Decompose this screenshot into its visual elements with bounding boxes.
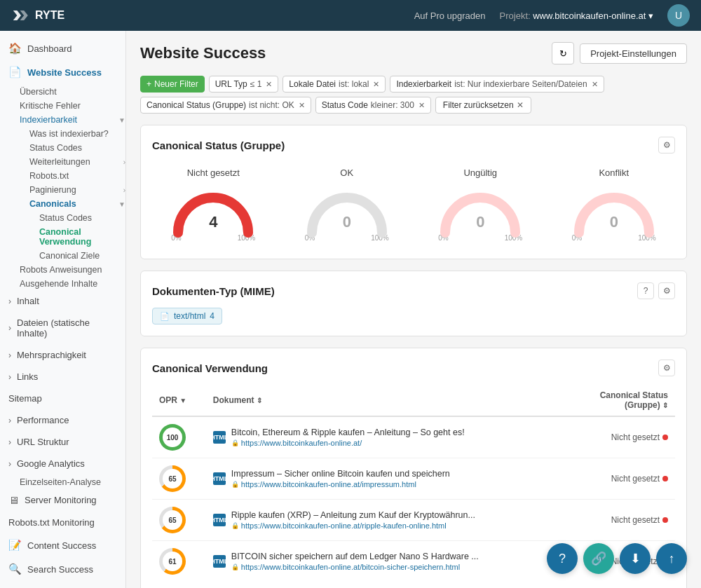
row-opr-1: 100 [152,416,206,458]
sidebar-item-website-success[interactable]: 📄 Website Success [0,60,125,84]
filter-canonical-value: ist nicht: OK [249,100,294,110]
sidebar-item-weiterleitungen[interactable]: Weiterleitungen › [0,154,125,168]
refresh-button[interactable]: ↻ [552,42,574,64]
sidebar-item-status-codes[interactable]: Status Codes [0,140,125,154]
filter-indexierbarkeit-close[interactable]: ✕ [592,80,598,89]
sidebar-item-robots-txt[interactable]: Robots.txt [0,168,125,182]
col-opr[interactable]: OPR ▼ [152,385,206,416]
sidebar-item-content-success[interactable]: 📝 Content Success [0,533,125,557]
fab-scroll-top-button[interactable]: ↑ [656,543,687,574]
filter-lokale-datei-close[interactable]: ✕ [373,80,379,89]
avatar[interactable]: U [667,4,690,27]
sidebar-item-dateien[interactable]: › Dateien (statische Inhalte) [0,312,125,344]
sidebar-label-sitemap: Sitemap [8,393,42,404]
project-selector[interactable]: www.bitcoinkaufen-online.at ▾ [533,11,653,21]
mime-settings-btn[interactable]: ⚙ [658,282,675,299]
sidebar-label-performance: Performance [17,415,69,425]
col-canonical-status[interactable]: Canonical Status(Gruppe) ⇕ [569,385,675,416]
upgrade-button[interactable]: Auf Pro upgraden [414,11,486,21]
sidebar-item-url-struktur[interactable]: › URL Struktur [0,431,125,453]
analytics-chevron-icon: › [8,459,11,469]
sidebar-item-kritische-fehler[interactable]: Kritische Fehler [0,98,125,112]
sidebar-item-google-analytics[interactable]: › Google Analytics [0,453,125,474]
projekt-einstellungen-button[interactable]: Projekt-Einstellungen [580,43,687,64]
sidebar-item-performance[interactable]: › Performance [0,409,125,431]
sidebar-item-search-success[interactable]: 🔍 Search Success [0,557,125,581]
lock-icon-2: 🔒 [231,481,239,488]
doc-url-1[interactable]: 🔒 https://www.bitcoinkaufen-online.at/ [231,439,465,447]
sidebar-item-was-ist[interactable]: Was ist indexierbar? [0,126,125,140]
sidebar-item-ubersicht[interactable]: Übersicht [0,84,125,98]
mime-help-btn[interactable]: ? [637,282,654,299]
status-dot-3 [662,517,668,523]
mime-card: Dokumenten-Typ (MIME) ? ⚙ 📄 text/html 4 [140,271,687,336]
filter-url-typ-close[interactable]: ✕ [266,80,272,89]
sidebar-label-search-success: Search Success [27,564,93,575]
dateien-chevron-icon: › [8,323,11,333]
sidebar-item-sitemap[interactable]: Sitemap [0,388,125,409]
gauge-konflikt-label: Konflikt [599,167,629,178]
sidebar-item-paginierung[interactable]: Paginierung › [0,182,125,196]
sidebar-label-content-success: Content Success [27,540,96,551]
fab-help-button[interactable]: ? [547,543,578,574]
sidebar-item-server-monitoring[interactable]: 🖥 Server Monitoring [0,488,125,512]
sidebar-item-canonicals[interactable]: Canonicals ▼ [0,196,125,210]
filter-reset-button[interactable]: Filter zurücksetzen ✕ [435,97,531,114]
filter-status-code-close[interactable]: ✕ [418,101,425,110]
url-chevron-icon: › [8,437,11,447]
nav-right: Auf Pro upgraden Projekt: www.bitcoinkau… [414,4,690,27]
filter-indexierbarkeit: Indexierbarkeit ist: Nur indexierbare Se… [390,76,604,93]
sidebar-item-ausgehende-inhalte[interactable]: Ausgehende Inhalte [0,276,125,290]
table-footer: 25 50 100 Einträge pro Seite Ergebnisse … [152,582,675,588]
search-success-icon: 🔍 [8,563,22,575]
sidebar-item-mehrsprachigkeit[interactable]: › Mehrsprachigkeit [0,344,125,366]
doc-url-2[interactable]: 🔒 https://www.bitcoinkaufen-online.at/im… [231,480,450,488]
sidebar-item-canonical-ziele[interactable]: Canonical Ziele [0,248,125,262]
performance-chevron-icon: › [8,416,11,425]
logo: RYTE [11,8,64,22]
filter-reset-close-icon: ✕ [517,100,524,110]
sidebar-item-indexierbarkeit[interactable]: Indexierbarkeit ▼ [0,112,125,126]
doc-url-4[interactable]: 🔒 https://www.bitcoinkaufen-online.at/bi… [231,563,479,571]
filter-canonical-close[interactable]: ✕ [299,101,305,110]
canonical-status-card: Canonical Status (Gruppe) ⚙ Nicht gesetz… [140,125,687,259]
sidebar-label-inhalt: Inhalt [17,296,39,306]
sidebar-item-canonical-verwendung[interactable]: Canonical Verwendung [0,224,125,248]
filter-neuer-filter[interactable]: + Neuer Filter [140,76,205,93]
mime-badge-label: text/html [174,311,205,321]
row-status-2: Nicht gesetzt [569,458,675,500]
sidebar-item-robots-monitoring[interactable]: Robots.txt Monitoring [0,512,125,533]
canonical-verwendung-settings-btn[interactable]: ⚙ [658,360,675,376]
filter-canonical-label: Canonical Status (Gruppe) [147,100,246,110]
doc-title-3: Ripple kaufen (XRP) – Anleitung zum Kauf… [231,510,475,520]
doc-title-4: BITCOIN sicher speichern auf dem Ledger … [231,552,479,561]
fab-download-button[interactable]: ⬇ [620,543,651,574]
mime-badge-count: 4 [210,311,215,321]
gauge-ungultig-visual: 0 [438,184,522,233]
indexierbarkeit-chevron: ▼ [118,116,125,124]
main-content: Website Success ↻ Projekt-Einstellungen … [126,31,701,588]
gauge-ungultig: Ungültig 0 0%100% [419,167,542,242]
main-layout: 🏠 Dashboard 📄 Website Success Übersicht … [0,31,701,588]
canonical-verwendung-title: Canonical Verwendung [152,362,268,374]
sidebar-item-inhalt[interactable]: › Inhalt [0,290,125,312]
sidebar-item-robots-anweisungen[interactable]: Robots Anweisungen [0,262,125,276]
mime-card-actions: ? ⚙ [637,282,675,299]
gauges-container: Nicht gesetzt 4 0%100% OK [152,162,675,247]
gauge-konflikt: Konflikt 0 0%100% [553,167,676,242]
doc-url-3[interactable]: 🔒 https://www.bitcoinkaufen-online.at/ri… [231,521,475,530]
col-dokument[interactable]: Dokument ⇕ [206,385,569,416]
sidebar-item-canonicals-status[interactable]: Status Codes [0,210,125,224]
table-header-row: OPR ▼ Dokument ⇕ Canonical Status(Gruppe… [152,385,675,416]
doc-type-icon-3: HTML [213,514,226,526]
gauge-nicht-gesetzt-label: Nicht gesetzt [187,167,240,178]
fab-group: ? 🔗 ⬇ ↑ [547,543,687,574]
filter-status-code-label: Status Code [322,100,368,110]
canonical-status-settings-btn[interactable]: ⚙ [658,137,675,153]
filter-lokale-datei: Lokale Datei ist: lokal ✕ [283,76,386,93]
sidebar-item-links[interactable]: › Links [0,366,125,388]
row-status-3: Nicht gesetzt [569,500,675,541]
fab-link-button[interactable]: 🔗 [583,543,614,574]
sidebar-item-einzelseiten[interactable]: Einzelseiten-Analyse [0,474,125,488]
sidebar-item-dashboard[interactable]: 🏠 Dashboard [0,36,125,60]
